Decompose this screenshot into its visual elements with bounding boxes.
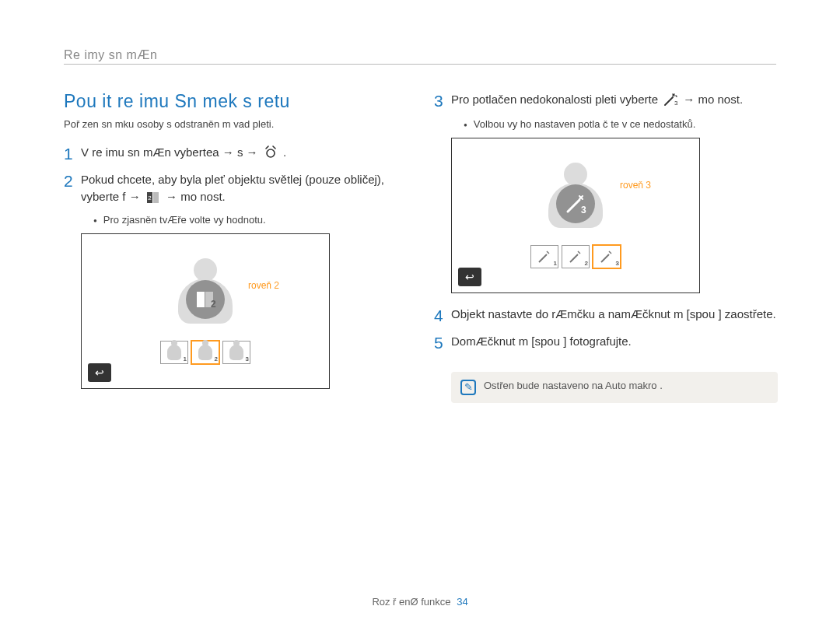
step-text-b: → mo nost. <box>683 93 743 106</box>
step-text: V re imu sn mÆn vybertea → s → <box>81 145 258 159</box>
thumb-sub: 3 <box>246 356 249 363</box>
thumb-retouch-2[interactable]: 2 <box>562 245 590 268</box>
step-number: 4 <box>434 306 451 325</box>
step-2-note: Pro zjasněn tvÆře volte vy hodnotu. <box>93 214 406 226</box>
step-1: 1 V re imu sn mÆn vybertea → s → . <box>64 144 406 163</box>
thumb-sub: 2 <box>585 260 588 267</box>
section-subtitle: Poř zen sn mku osoby s odstraněn m vad p… <box>64 118 406 130</box>
footer-text: Roz ř enØ funkce <box>372 596 450 608</box>
step-3: 3 Pro potlačen nedokonalosti pleti vyber… <box>434 91 776 110</box>
step-2: 2 Pokud chcete, aby byla pleť objektu sv… <box>64 171 406 206</box>
thumb-sub: 3 <box>616 260 619 267</box>
svg-point-0 <box>267 149 275 157</box>
preview-face-tone: 2 roveň 2 1 2 3 ↩ <box>81 233 330 389</box>
step-4: 4 Objekt nastavte do rÆmčku a namÆčknut … <box>434 306 776 325</box>
face-tone-icon: 2 <box>146 189 160 206</box>
back-button[interactable]: ↩ <box>458 268 481 286</box>
svg-text:2: 2 <box>148 194 152 201</box>
section-title: Pou it re imu Sn mek s retu <box>64 91 406 112</box>
thumb-level-1[interactable]: 1 <box>160 341 188 364</box>
page: Re imy sn mÆn Pou it re imu Sn mek s ret… <box>0 0 840 403</box>
note-icon: ✎ <box>460 380 476 395</box>
retouch-mode-icon <box>264 145 278 162</box>
step-text-a: Pokud chcete, aby byla pleť objektu svět… <box>81 173 384 203</box>
face-tone-large-icon: 2 <box>186 280 225 319</box>
preview-figure: 2 roveň 2 <box>172 258 239 336</box>
step-number: 2 <box>64 171 81 191</box>
preview-figure: 3 roveň 3 <box>542 163 609 240</box>
step-5: 5 DomÆčknut m [spou ] fotografujte. <box>434 333 776 352</box>
face-retouch-icon: 3 <box>663 92 677 109</box>
svg-text:3: 3 <box>674 100 677 107</box>
svg-rect-4 <box>197 292 205 307</box>
back-button[interactable]: ↩ <box>88 363 111 382</box>
note-text: Ostřen bude nastaveno na Auto makro . <box>484 380 663 391</box>
thumb-row: 1 2 3 <box>160 341 250 364</box>
step-number: 1 <box>64 144 81 163</box>
sub-bullet-text: Pro zjasněn tvÆře volte vy hodnotu. <box>103 214 266 226</box>
preview-face-retouch: 3 roveň 3 1 2 <box>451 138 700 293</box>
left-column: Pou it re imu Sn mek s retu Poř zen sn m… <box>64 91 406 403</box>
step-body: Pokud chcete, aby byla pleť objektu svět… <box>81 171 406 206</box>
step-body: Pro potlačen nedokonalosti pleti vyberte… <box>451 91 776 109</box>
step-body: DomÆčknut m [spou ] fotografujte. <box>451 333 776 350</box>
breadcrumb: Re imy sn mÆn <box>64 48 776 65</box>
thumb-sub: 1 <box>554 260 557 267</box>
thumb-level-2[interactable]: 2 <box>191 341 219 364</box>
level-label: roveň 2 <box>248 280 279 291</box>
svg-text:3: 3 <box>581 205 586 215</box>
step-text-a: Pro potlačen nedokonalosti pleti vyberte <box>451 93 658 106</box>
step-body: Objekt nastavte do rÆmčku a namÆčknut m … <box>451 306 776 323</box>
note-box: ✎ Ostřen bude nastaveno na Auto makro . <box>451 372 778 403</box>
step-text-b: → mo nost. <box>166 190 226 203</box>
step-3-note: Volbou vy ho nastaven potla č te v ce ne… <box>464 118 776 130</box>
sub-bullet-text: Volbou vy ho nastaven potla č te v ce ne… <box>474 118 695 130</box>
face-retouch-large-icon: 3 <box>556 184 595 223</box>
thumb-retouch-3[interactable]: 3 <box>593 245 621 268</box>
step-number: 3 <box>434 91 451 110</box>
step-text-end: . <box>283 145 286 159</box>
svg-text:2: 2 <box>211 299 216 310</box>
thumb-sub: 1 <box>184 356 187 363</box>
svg-rect-2 <box>153 192 159 203</box>
page-number: 34 <box>457 596 467 608</box>
thumb-sub: 2 <box>215 356 218 363</box>
level-label: roveň 3 <box>620 180 651 191</box>
thumb-level-3[interactable]: 3 <box>222 341 250 364</box>
thumb-retouch-1[interactable]: 1 <box>530 245 558 268</box>
right-column: 3 Pro potlačen nedokonalosti pleti vyber… <box>434 91 776 403</box>
page-footer: Roz ř enØ funkce 34 <box>0 596 840 608</box>
step-number: 5 <box>434 333 451 352</box>
thumb-row: 1 2 3 <box>530 245 621 268</box>
content-columns: Pou it re imu Sn mek s retu Poř zen sn m… <box>64 91 776 403</box>
step-body: V re imu sn mÆn vybertea → s → . <box>81 144 406 162</box>
